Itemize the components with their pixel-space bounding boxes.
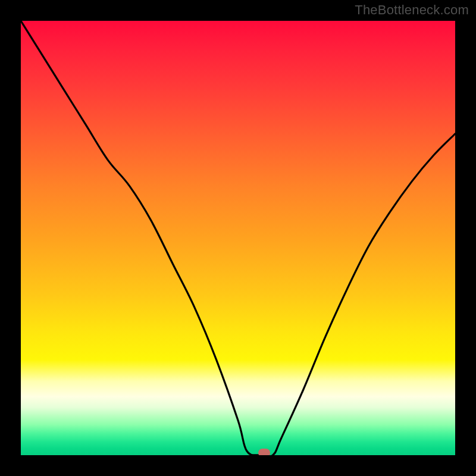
bottleneck-curve xyxy=(21,21,455,455)
optimal-point-marker xyxy=(258,449,270,455)
watermark-text: TheBottleneck.com xyxy=(355,2,469,18)
plot-area xyxy=(21,21,455,455)
chart-frame: TheBottleneck.com xyxy=(0,0,476,476)
